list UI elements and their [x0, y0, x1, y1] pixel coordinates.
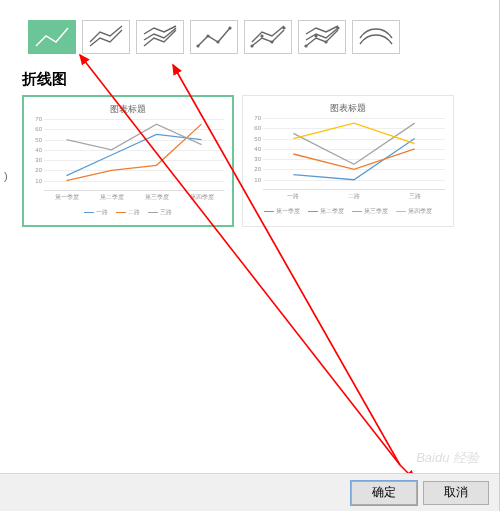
chart-type-line-100stacked[interactable] — [136, 20, 184, 54]
legend: 第一季度第二季度第三季度第四季度 — [251, 207, 445, 216]
stray-paren: ) — [4, 170, 8, 182]
chart-title: 图表标题 — [251, 102, 445, 115]
chart-plot: 70605040302010 — [44, 119, 224, 191]
svg-point-11 — [336, 26, 339, 29]
preview-row: 图表标题 70605040302010 第一季度第二季度第三季度第四季度 一路二… — [0, 95, 499, 227]
svg-point-6 — [270, 40, 273, 43]
chart-type-line-basic[interactable] — [28, 20, 76, 54]
chart-type-line-markers[interactable] — [190, 20, 238, 54]
chart-type-line-100stacked-markers[interactable] — [298, 20, 346, 54]
section-title: 折线图 — [0, 62, 499, 95]
svg-point-5 — [260, 34, 263, 37]
svg-point-8 — [304, 44, 307, 47]
svg-point-7 — [282, 26, 285, 29]
preview-1[interactable]: 图表标题 70605040302010 第一季度第二季度第三季度第四季度 一路二… — [22, 95, 234, 227]
ok-button[interactable]: 确定 — [351, 481, 417, 505]
chart-type-line-stacked[interactable] — [82, 20, 130, 54]
svg-point-10 — [324, 40, 327, 43]
chart-title: 图表标题 — [32, 103, 224, 116]
x-axis: 一路二路三路 — [263, 192, 445, 201]
preview-2[interactable]: 图表标题 70605040302010 一路二路三路 第一季度第二季度第三季度第… — [242, 95, 454, 227]
svg-point-9 — [314, 34, 317, 37]
cancel-button[interactable]: 取消 — [423, 481, 489, 505]
svg-point-3 — [228, 26, 231, 29]
watermark: Baidu 经验 — [416, 449, 479, 467]
chart-type-line-3d[interactable] — [352, 20, 400, 54]
chart-plot: 70605040302010 — [263, 118, 445, 190]
svg-point-2 — [216, 40, 219, 43]
svg-point-0 — [196, 44, 199, 47]
chart-type-row — [0, 0, 499, 62]
x-axis: 第一季度第二季度第三季度第四季度 — [44, 193, 224, 202]
svg-point-4 — [250, 44, 253, 47]
dialog-footer: 确定 取消 — [0, 473, 499, 511]
chart-type-line-stacked-markers[interactable] — [244, 20, 292, 54]
legend: 一路二路三路 — [32, 208, 224, 217]
svg-point-1 — [206, 34, 209, 37]
